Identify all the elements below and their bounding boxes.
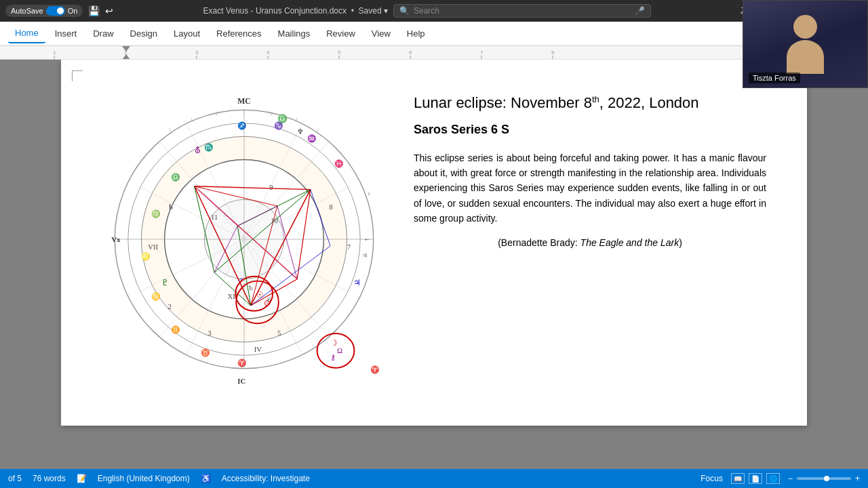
- page-info: of 5: [8, 474, 22, 483]
- svg-text:♃: ♃: [362, 252, 368, 259]
- dropdown-icon[interactable]: ▾: [384, 6, 388, 16]
- svg-text:♍: ♍: [151, 209, 161, 218]
- svg-text:♆: ♆: [297, 127, 304, 136]
- tab-layout[interactable]: Layout: [167, 24, 207, 43]
- doc-title: Exact Venus - Uranus Conjunction.docx • …: [203, 6, 388, 16]
- document-page: 9 8 7 6 5 IV 3 2 XII 11 10 VII MC IC Vx …: [61, 60, 807, 426]
- svg-text:7: 7: [347, 243, 351, 251]
- svg-text:♃: ♃: [353, 279, 361, 287]
- saros-title: Saros Series 6 S: [414, 123, 766, 137]
- zoom-area: − +: [788, 474, 860, 483]
- svg-text:Vx: Vx: [111, 235, 121, 243]
- svg-text:11: 11: [211, 213, 218, 221]
- title-bar: AutoSave On 💾 ↩ Exact Venus - Uranus Con…: [0, 0, 868, 22]
- word-count: 76 words: [33, 474, 66, 483]
- read-mode-icon[interactable]: 📖: [731, 473, 745, 484]
- video-overlay: Tiszta Forras: [743, 0, 868, 88]
- svg-text:♏: ♏: [204, 143, 214, 152]
- video-person: Tiszta Forras: [743, 1, 867, 87]
- svg-text:3: 3: [208, 329, 211, 337]
- svg-text:←: ←: [363, 235, 371, 243]
- svg-text:4: 4: [267, 49, 270, 56]
- ruler-svg: 1 2 3 4 5 6 7 8: [0, 46, 868, 60]
- search-box[interactable]: 🔍 🎤: [393, 4, 651, 18]
- autosave-state: On: [68, 7, 78, 15]
- tab-view[interactable]: View: [365, 24, 397, 43]
- ruler: 1 2 3 4 5 6 7 8: [0, 46, 868, 60]
- tab-review[interactable]: Review: [319, 24, 362, 43]
- tab-insert[interactable]: Insert: [48, 24, 84, 43]
- svg-text:♌: ♌: [141, 252, 151, 261]
- svg-text:3: 3: [195, 49, 199, 56]
- status-bar: of 5 76 words 📝 English (United Kingdom)…: [0, 469, 868, 488]
- tab-design[interactable]: Design: [123, 24, 164, 43]
- statusbar-right: Focus 📖 📄 🌐 − +: [701, 473, 860, 484]
- svg-text:♒: ♒: [307, 134, 317, 143]
- svg-text:1: 1: [53, 49, 56, 56]
- astro-chart-area: 9 8 7 6 5 IV 3 2 XII 11 10 VII MC IC Vx …: [102, 87, 387, 394]
- svg-line-102: [317, 128, 319, 133]
- svg-text:♄: ♄: [168, 203, 175, 211]
- svg-text:♈: ♈: [237, 359, 247, 367]
- attribution: (Bernadette Brady: The Eagle and the Lar…: [414, 237, 766, 248]
- svg-text:♈: ♈: [370, 365, 380, 374]
- svg-text:6: 6: [409, 49, 412, 56]
- document-main-title: Lunar eclipse: November 8th, 2022, Londo…: [414, 94, 766, 113]
- zoom-thumb: [824, 476, 829, 481]
- document-area: 9 8 7 6 5 IV 3 2 XII 11 10 VII MC IC Vx …: [0, 60, 868, 469]
- astro-chart-svg: 9 8 7 6 5 IV 3 2 XII 11 10 VII MC IC Vx …: [102, 87, 387, 392]
- zoom-out-icon[interactable]: −: [788, 474, 793, 483]
- svg-text:2: 2: [168, 302, 172, 310]
- save-icon[interactable]: 💾: [88, 5, 100, 16]
- svg-text:☉: ☉: [256, 291, 264, 300]
- svg-text:VII: VII: [148, 243, 158, 251]
- mic-icon[interactable]: 🎤: [635, 6, 645, 16]
- svg-text:5: 5: [277, 329, 281, 337]
- svg-text:⛢: ⛢: [195, 146, 201, 155]
- text-area: Lunar eclipse: November 8th, 2022, Londo…: [414, 87, 766, 248]
- svg-text:♓: ♓: [334, 159, 344, 168]
- titlebar-center: Exact Venus - Uranus Conjunction.docx • …: [113, 4, 741, 18]
- tab-draw[interactable]: Draw: [86, 24, 120, 43]
- autosave-toggle[interactable]: [46, 6, 65, 16]
- svg-rect-0: [0, 46, 868, 60]
- corner-mark-tl: [72, 70, 83, 81]
- web-layout-icon[interactable]: 🌐: [766, 473, 780, 484]
- svg-line-100: [271, 111, 272, 116]
- svg-text:5: 5: [338, 49, 341, 56]
- focus-label[interactable]: Focus: [701, 474, 723, 483]
- search-icon: 🔍: [399, 6, 410, 16]
- autosave-label: AutoSave: [11, 7, 43, 15]
- search-input[interactable]: [414, 6, 631, 16]
- autosave-pill[interactable]: AutoSave On: [5, 5, 83, 17]
- zoom-slider[interactable]: [797, 477, 851, 480]
- accessibility-icon[interactable]: ♿: [201, 474, 211, 483]
- language-indicator[interactable]: English (United Kingdom): [98, 474, 190, 483]
- svg-text:♊: ♊: [171, 325, 180, 334]
- print-layout-icon[interactable]: 📄: [749, 473, 762, 484]
- svg-text:♎: ♎: [277, 114, 288, 123]
- tab-help[interactable]: Help: [400, 24, 432, 43]
- view-icons: 📖 📄 🌐: [731, 473, 780, 484]
- tab-home[interactable]: Home: [8, 24, 45, 43]
- undo-icon[interactable]: ↩: [105, 5, 113, 16]
- eclipse-body-text: This eclipse series is about being force…: [414, 150, 766, 226]
- spell-check-icon[interactable]: 📝: [77, 474, 87, 483]
- svg-text:⚷: ⚷: [330, 353, 336, 361]
- tab-references[interactable]: References: [210, 24, 268, 43]
- svg-text:MC: MC: [237, 97, 251, 106]
- zoom-in-icon[interactable]: +: [855, 474, 860, 483]
- video-name-tag: Tiszta Forras: [749, 73, 800, 83]
- svg-text:10: 10: [271, 216, 278, 224]
- tab-mailings[interactable]: Mailings: [271, 24, 317, 43]
- ribbon: Home Insert Draw Design Layout Reference…: [0, 22, 868, 46]
- svg-text:9: 9: [269, 183, 273, 191]
- accessibility-label[interactable]: Accessibility: Investigate: [222, 474, 310, 483]
- svg-text:♎: ♎: [171, 173, 180, 182]
- titlebar-left: AutoSave On 💾 ↩: [5, 5, 113, 17]
- svg-line-103: [216, 111, 217, 116]
- svg-text:8: 8: [329, 203, 332, 211]
- svg-text:7: 7: [480, 49, 484, 56]
- svg-text:♇: ♇: [161, 279, 169, 287]
- svg-text:8: 8: [551, 49, 555, 56]
